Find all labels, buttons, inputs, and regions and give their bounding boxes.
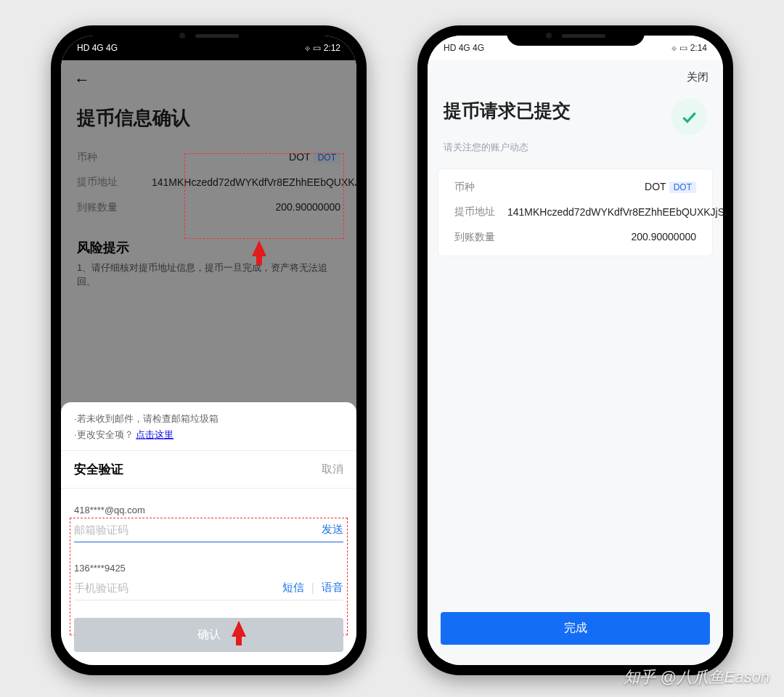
success-subtitle: 请关注您的账户动态: [428, 141, 723, 168]
success-check-icon: [671, 99, 707, 135]
status-time: 2:12: [324, 43, 340, 53]
done-button[interactable]: 完成: [441, 612, 710, 645]
battery-icon: ▭: [313, 43, 321, 53]
success-title: 提币请求已提交: [444, 99, 571, 123]
separator: |: [311, 582, 314, 595]
address-value: 141MKHczedd72dWYKdfVr8EZhhEEbQUXKJjSNLVg…: [507, 205, 696, 219]
send-voice-button[interactable]: 语音: [322, 581, 343, 595]
phone-label: 136****9425: [74, 563, 343, 574]
risk-text: 1、请仔细核对提币地址信息，提币一旦完成，资产将无法追回。: [61, 261, 356, 289]
confirm-button[interactable]: 确认: [74, 618, 343, 652]
hint-change: ·更改安全项？ 点击这里: [61, 427, 356, 450]
cancel-button[interactable]: 取消: [322, 462, 343, 476]
email-code-input[interactable]: [74, 523, 322, 536]
page-title: 提币信息确认: [61, 92, 356, 145]
phone-mockup-left: HD 4G 4G ⟐ ▭ 2:12 ← 提币信息确认 币种 DOTDOT 提币地: [51, 25, 367, 675]
amount-label: 到账数量: [454, 231, 495, 244]
address-label: 提币地址: [77, 176, 118, 189]
mute-icon: ⟐: [671, 43, 677, 53]
sheet-title: 安全验证: [74, 461, 123, 478]
verification-sheet: ·若未收到邮件，请检查邮箱垃圾箱 ·更改安全项？ 点击这里 安全验证 取消 41…: [61, 402, 356, 665]
annotation-arrow-icon: [232, 621, 246, 637]
amount-label: 到账数量: [77, 201, 118, 214]
change-security-link[interactable]: 点击这里: [136, 429, 173, 440]
status-network: HD 4G 4G: [77, 43, 118, 53]
close-button[interactable]: 关闭: [428, 60, 723, 87]
watermark: 知乎 @八爪鱼Eason: [624, 667, 769, 688]
send-email-button[interactable]: 发送: [322, 523, 343, 537]
send-sms-button[interactable]: 短信: [282, 581, 304, 595]
status-time: 2:14: [690, 43, 707, 53]
address-value: 141MKHczedd72dWYKdfVr8EZhhEEbQUXKJjSNLVg…: [152, 176, 340, 189]
coin-tag: DOT: [669, 182, 696, 193]
coin-value: DOTDOT: [289, 151, 340, 164]
coin-label: 币种: [77, 151, 97, 164]
back-button[interactable]: ←: [61, 60, 356, 92]
email-label: 418****@qq.com: [74, 505, 343, 515]
coin-tag: DOT: [314, 152, 340, 163]
status-network: HD 4G 4G: [444, 43, 484, 53]
phone-code-input[interactable]: [74, 582, 282, 594]
phone-mockup-right: HD 4G 4G ⟐ ▭ 2:14 关闭 提币请求已提交 请关注您的账户动态 币…: [417, 25, 733, 675]
battery-icon: ▭: [679, 43, 687, 53]
mute-icon: ⟐: [305, 43, 310, 53]
hint-mail: ·若未收到邮件，请检查邮箱垃圾箱: [61, 402, 356, 427]
summary-card: 币种 DOTDOT 提币地址 141MKHczedd72dWYKdfVr8EZh…: [438, 168, 713, 256]
notch: [507, 25, 645, 46]
amount-value: 200.90000000: [275, 201, 340, 214]
notch: [140, 25, 278, 46]
risk-title: 风险提示: [61, 220, 356, 261]
coin-value: DOTDOT: [645, 181, 696, 194]
address-label: 提币地址: [454, 205, 495, 219]
annotation-arrow-icon: [252, 240, 266, 256]
coin-label: 币种: [454, 181, 475, 194]
amount-value: 200.90000000: [631, 231, 696, 244]
